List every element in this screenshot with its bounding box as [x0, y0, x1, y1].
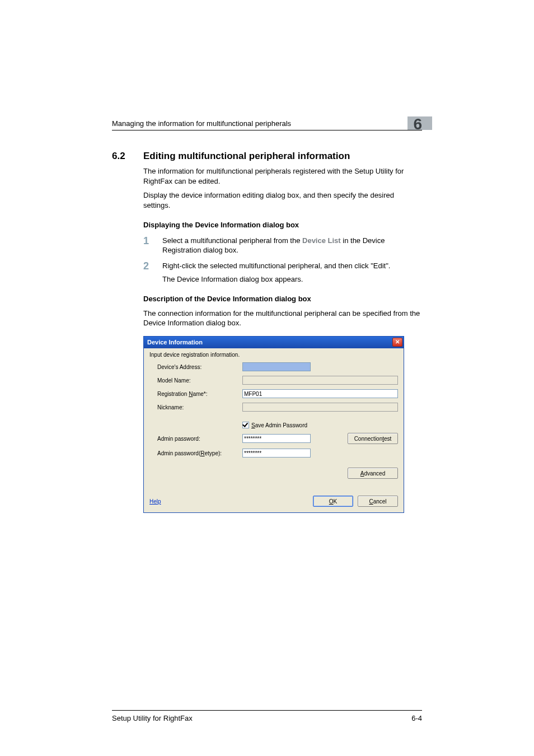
paragraph: The information for multifunctional peri… [143, 166, 422, 186]
save-admin-password-label: Save Admin Password [251, 422, 307, 428]
paragraph: Display the device information editing d… [143, 190, 422, 210]
dialog-instruction: Input device registration information. [149, 352, 398, 358]
admin-password-retype-label: Admin password(Retype): [149, 450, 242, 456]
device-list-ref: Device List [302, 236, 341, 245]
connection-test-button[interactable]: Connection test [348, 433, 398, 444]
chapter-badge: 6 [407, 112, 422, 130]
step-number: 1 [143, 236, 162, 255]
subheading: Displaying the Device Information dialog… [143, 220, 422, 230]
footer-left: Setup Utility for RightFax [112, 714, 193, 722]
step-result: The Device Information dialog box appear… [162, 274, 422, 284]
dialog-titlebar[interactable]: Device Information ✕ [143, 336, 404, 348]
device-information-dialog: Device Information ✕ Input device regist… [143, 336, 404, 513]
model-name-label: Model Name: [149, 377, 242, 384]
registration-name-input[interactable]: MFP01 [242, 389, 398, 398]
device-address-input[interactable] [242, 362, 311, 371]
help-link[interactable]: Help [149, 498, 161, 505]
admin-password-retype-input[interactable]: ******** [242, 449, 311, 458]
cancel-button[interactable]: Cancel [358, 496, 398, 507]
device-address-label: Device's Address: [149, 364, 242, 370]
nickname-label: Nickname: [149, 404, 242, 410]
step-number: 2 [143, 261, 162, 271]
save-admin-password-checkbox[interactable] [242, 422, 249, 428]
step-text: Select a multifunctional peripheral from… [162, 236, 422, 255]
section-title: Editing multifunctional peripheral infor… [143, 151, 350, 162]
footer-page-number: 6-4 [411, 714, 422, 722]
admin-password-input[interactable]: ******** [242, 434, 311, 443]
dialog-title: Device Information [147, 339, 203, 346]
ok-button[interactable]: OK [313, 496, 353, 507]
registration-name-label: Registration Name*: [149, 391, 242, 397]
chapter-number: 6 [413, 115, 422, 133]
section-number: 6.2 [112, 151, 143, 162]
admin-password-label: Admin password: [149, 436, 242, 442]
model-name-input [242, 376, 398, 385]
running-head: Managing the information for multifuncti… [112, 119, 291, 128]
nickname-input[interactable] [242, 403, 398, 412]
advanced-button[interactable]: Advanced [348, 468, 398, 479]
step-text: Right-click the selected multifunctional… [162, 261, 390, 271]
close-icon[interactable]: ✕ [392, 338, 402, 347]
paragraph: The connection information for the multi… [143, 309, 422, 328]
subheading: Description of the Device Information di… [143, 294, 422, 304]
